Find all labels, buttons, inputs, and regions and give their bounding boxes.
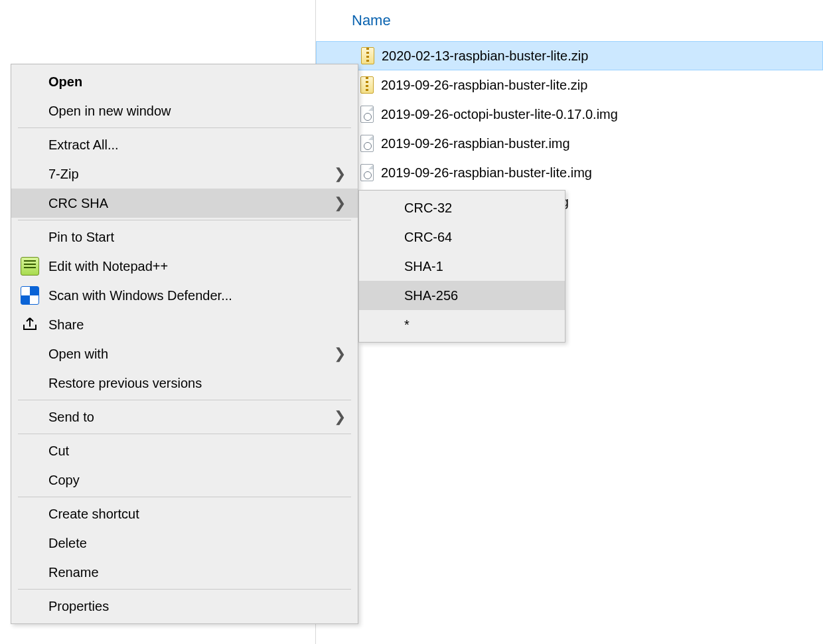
file-name-label: 2019-09-26-octopi-buster-lite-0.17.0.img	[381, 107, 618, 122]
menu-item-open[interactable]: Open	[11, 67, 358, 96]
file-name-label: 2019-09-26-raspbian-buster.img	[381, 136, 570, 151]
menu-separator	[18, 434, 351, 434]
menu-item-pin-to-start[interactable]: Pin to Start	[11, 222, 358, 252]
menu-item-rename[interactable]: Rename	[11, 558, 358, 587]
img-file-icon	[360, 106, 374, 123]
submenu-item-crc-32[interactable]: CRC-32	[359, 193, 565, 222]
menu-item-label: Rename	[48, 565, 99, 580]
windows-defender-icon	[21, 286, 39, 305]
menu-item-send-to[interactable]: Send to❯	[11, 402, 358, 432]
zip-file-icon	[360, 76, 374, 94]
notepad-plus-plus-icon	[21, 257, 39, 276]
menu-item-scan-with-defender[interactable]: Scan with Windows Defender...	[11, 281, 358, 310]
menu-item-properties[interactable]: Properties	[11, 592, 358, 621]
menu-separator	[18, 589, 351, 590]
menu-item-create-shortcut[interactable]: Create shortcut	[11, 499, 358, 528]
menu-item-label: Extract All...	[48, 137, 119, 153]
chevron-right-icon: ❯	[334, 165, 346, 183]
submenu-item-label: CRC-32	[404, 201, 452, 216]
submenu-item-sha-256[interactable]: SHA-256	[359, 281, 565, 310]
menu-item-restore-previous-versions[interactable]: Restore previous versions	[11, 368, 358, 398]
share-icon	[21, 315, 39, 334]
menu-item-label: Scan with Windows Defender...	[48, 288, 232, 303]
menu-item-edit-with-notepadpp[interactable]: Edit with Notepad++	[11, 252, 358, 281]
menu-item-label: Edit with Notepad++	[48, 259, 168, 274]
submenu-item-crc-64[interactable]: CRC-64	[359, 222, 565, 252]
menu-item-open-with[interactable]: Open with❯	[11, 339, 358, 368]
context-menu: OpenOpen in new windowExtract All...7-Zi…	[11, 64, 358, 624]
file-name-label: 2020-02-13-raspbian-buster-lite.zip	[382, 48, 588, 64]
img-file-icon	[360, 164, 374, 181]
menu-separator	[18, 400, 351, 400]
img-file-icon	[360, 135, 374, 152]
menu-item-crc-sha[interactable]: CRC SHA❯	[11, 189, 358, 218]
menu-separator	[18, 220, 351, 220]
menu-item-label: Properties	[48, 599, 109, 614]
menu-item-share[interactable]: Share	[11, 310, 358, 339]
file-name-label: 2019-09-26-raspbian-buster-lite.img	[381, 165, 592, 181]
file-row[interactable]: 2019-09-26-raspbian-buster-lite.zip	[316, 70, 823, 100]
file-row[interactable]: 2020-02-13-raspbian-buster-lite.zip	[316, 41, 823, 70]
menu-item-extract-all[interactable]: Extract All...	[11, 130, 358, 159]
submenu-crc-sha: CRC-32CRC-64SHA-1SHA-256*	[358, 190, 565, 343]
menu-item-label: Open in new window	[48, 104, 171, 119]
submenu-item-label: *	[404, 317, 410, 333]
file-row[interactable]: 2019-09-26-octopi-buster-lite-0.17.0.img	[316, 100, 823, 129]
menu-item-seven-zip[interactable]: 7-Zip❯	[11, 159, 358, 189]
chevron-right-icon: ❯	[334, 345, 346, 362]
submenu-item-label: SHA-1	[404, 259, 443, 274]
file-row[interactable]: 2019-09-26-raspbian-buster.img	[316, 129, 823, 158]
zip-file-icon	[360, 47, 375, 64]
menu-item-label: Open with	[48, 347, 108, 362]
menu-item-copy[interactable]: Copy	[11, 465, 358, 495]
menu-item-cut[interactable]: Cut	[11, 436, 358, 465]
submenu-item-sha-1[interactable]: SHA-1	[359, 252, 565, 281]
file-row[interactable]: 2019-09-26-raspbian-buster-lite.img	[316, 158, 823, 187]
menu-item-label: Create shortcut	[48, 507, 139, 522]
menu-item-label: 7-Zip	[48, 167, 79, 182]
column-header-name[interactable]: Name	[316, 0, 823, 41]
menu-item-open-new-window[interactable]: Open in new window	[11, 96, 358, 125]
menu-item-label: Send to	[48, 410, 94, 425]
menu-item-label: Copy	[48, 473, 80, 488]
menu-item-label: Pin to Start	[48, 230, 114, 245]
chevron-right-icon: ❯	[334, 195, 346, 212]
menu-item-label: Restore previous versions	[48, 376, 202, 391]
menu-separator	[18, 497, 351, 497]
file-name-label: 2019-09-26-raspbian-buster-lite.zip	[381, 78, 587, 93]
menu-item-label: Open	[48, 74, 82, 90]
submenu-item-star[interactable]: *	[359, 310, 565, 339]
menu-item-label: Cut	[48, 443, 69, 459]
submenu-item-label: CRC-64	[404, 230, 452, 245]
submenu-item-label: SHA-256	[404, 288, 458, 303]
menu-item-label: CRC SHA	[48, 196, 108, 211]
menu-separator	[18, 127, 351, 128]
menu-item-label: Share	[48, 317, 84, 333]
chevron-right-icon: ❯	[334, 408, 346, 426]
menu-item-delete[interactable]: Delete	[11, 528, 358, 558]
menu-item-label: Delete	[48, 536, 87, 551]
